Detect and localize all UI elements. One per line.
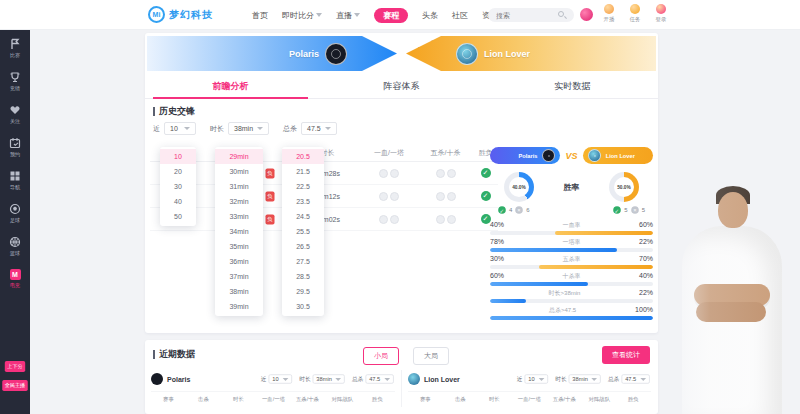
home-team-banner[interactable]: Polaris xyxy=(147,36,397,71)
stat-bar-text: 78%一塔率22% xyxy=(490,238,653,248)
toggle-小局[interactable]: 小局 xyxy=(363,347,399,365)
dropdown-option[interactable]: 35min xyxy=(215,239,263,254)
column-header: 一血/一塔 xyxy=(360,148,418,158)
basketball-icon xyxy=(9,236,21,248)
chevron-down-icon xyxy=(184,127,190,130)
dropdown-option[interactable]: 39min xyxy=(215,299,263,314)
filter-总杀: 总杀47.5 xyxy=(608,374,650,384)
left-sidebar: 比赛竞猜关注预约导航足球篮球M电竞 上下分全民主播 xyxy=(0,30,30,414)
sidebar-item-电竞[interactable]: M电竞 xyxy=(0,269,30,290)
sidebar-item-关注[interactable]: 关注 xyxy=(0,104,30,126)
dropdown-option[interactable]: 36min xyxy=(215,254,263,269)
filter-value: 47.5 xyxy=(626,376,637,382)
dropdown-option[interactable]: 24.5 xyxy=(282,209,324,224)
dropdown-option[interactable]: 27.5 xyxy=(282,254,324,269)
dropdown-option[interactable]: 28.5 xyxy=(282,269,324,284)
filter-select-总杀[interactable]: 47.5 xyxy=(622,374,650,384)
nav-item-社区[interactable]: 社区 xyxy=(452,10,468,21)
stat-bar-时长>38min: 时长>38min22% xyxy=(490,289,653,303)
table-row[interactable]: 负31m12s✓ xyxy=(150,185,498,208)
filter-select-近[interactable]: 10 xyxy=(525,374,548,384)
dropdown-option[interactable]: 38min xyxy=(215,284,263,299)
chevron-down-icon xyxy=(384,378,390,381)
nav-item-直播[interactable]: 直播 xyxy=(336,10,360,21)
search-icon[interactable] xyxy=(558,11,564,17)
loss-badge: 负 xyxy=(266,168,275,178)
site-logo[interactable]: Mi 梦幻科技 xyxy=(148,6,213,23)
column-header: 对阵战队 xyxy=(327,395,358,403)
dropdown-option[interactable]: 26.5 xyxy=(282,239,324,254)
stat-bar-track xyxy=(490,299,653,303)
sidebar-item-导航[interactable]: 导航 xyxy=(0,170,30,192)
dropdown-option[interactable]: 22.5 xyxy=(282,179,324,194)
column-header: 击杀 xyxy=(188,395,219,403)
view-stats-button[interactable]: 查看统计 xyxy=(602,346,650,364)
avatar[interactable] xyxy=(580,8,593,21)
sidebar-item-预约[interactable]: 预约 xyxy=(0,137,30,159)
nav-action-label: 登录 xyxy=(656,15,667,23)
dropdown-option[interactable]: 31min xyxy=(215,179,263,194)
stat-dot-icon xyxy=(390,215,399,224)
dropdown-option[interactable]: 21.5 xyxy=(282,164,324,179)
sidebar-button-上下分[interactable]: 上下分 xyxy=(5,361,25,372)
dropdown-option[interactable]: 23.5 xyxy=(282,194,324,209)
filter-select-近[interactable]: 10 xyxy=(164,122,196,135)
filter-value: 10 xyxy=(272,376,278,382)
dropdown-option[interactable]: 30min xyxy=(215,164,263,179)
nav-action-登录[interactable]: 登录 xyxy=(648,4,674,24)
sidebar-item-竞猜[interactable]: 竞猜 xyxy=(0,71,30,93)
dropdown-option[interactable]: 34min xyxy=(215,224,263,239)
dropdown-option[interactable]: 25.5 xyxy=(282,224,324,239)
history-table-header: 时长一血/一塔五杀/十杀胜负 xyxy=(150,145,498,162)
sidebar-item-比赛[interactable]: 比赛 xyxy=(0,38,30,60)
away-team-banner[interactable]: Lion Lover xyxy=(406,36,656,71)
filter-select-时长[interactable]: 38min xyxy=(312,374,345,384)
sidebar-item-篮球[interactable]: 篮球 xyxy=(0,236,30,258)
tab-实时数据[interactable]: 实时数据 xyxy=(487,75,658,98)
first-blood-tower-cell xyxy=(360,192,418,201)
nav-item-首页[interactable]: 首页 xyxy=(252,10,268,21)
dropdown-option[interactable]: 29.5 xyxy=(282,284,324,299)
stat-dot-icon xyxy=(436,169,445,178)
stat-label: 一血率 xyxy=(563,221,581,230)
filter-select-总杀[interactable]: 47.5 xyxy=(366,374,394,384)
filter-总杀: 总杀47.5 xyxy=(283,122,337,135)
filter-select-总杀[interactable]: 47.5 xyxy=(301,122,337,135)
dropdown-option[interactable]: 10 xyxy=(160,149,196,164)
nav-item-即时比分[interactable]: 即时比分 xyxy=(282,10,322,21)
nav-action-开播[interactable]: 开播 xyxy=(596,4,622,24)
recent-data-card: 近期数据 小局大局 查看统计 Polaris近10时长38min总杀47.5赛事… xyxy=(145,340,658,414)
away-winrate-donut: 50.0% xyxy=(609,172,639,202)
filter-value: 10 xyxy=(528,376,534,382)
dropdown-option[interactable]: 20 xyxy=(160,164,196,179)
nav-item-赛程[interactable]: 赛程 xyxy=(374,8,408,23)
sidebar-item-足球[interactable]: 足球 xyxy=(0,203,30,225)
dropdown-option[interactable]: 32min xyxy=(215,194,263,209)
toggle-大局[interactable]: 大局 xyxy=(413,347,449,365)
analysis-tabs: 前瞻分析阵容体系实时数据 xyxy=(145,75,658,99)
nav-action-任务[interactable]: 任务 xyxy=(622,4,648,24)
home-win-loss-count: ✓ 4 × 6 xyxy=(498,206,530,214)
away-team-logo-icon xyxy=(456,43,478,65)
filter-select-近[interactable]: 10 xyxy=(269,374,292,384)
filter-label: 近 xyxy=(517,375,523,384)
sidebar-button-全民主播[interactable]: 全民主播 xyxy=(2,380,28,391)
chevron-down-icon xyxy=(325,127,331,130)
dropdown-option[interactable]: 30 xyxy=(160,179,196,194)
tab-前瞻分析[interactable]: 前瞻分析 xyxy=(145,75,316,98)
dropdown-option[interactable]: 40 xyxy=(160,194,196,209)
dropdown-option[interactable]: 37min xyxy=(215,269,263,284)
nav-item-头条[interactable]: 头条 xyxy=(422,10,438,21)
dropdown-option[interactable]: 33min xyxy=(215,209,263,224)
table-row[interactable]: 负33m28s✓ xyxy=(150,162,498,185)
dropdown-option[interactable]: 29min xyxy=(215,149,263,164)
column-header: 五杀/十杀 xyxy=(292,395,323,403)
table-row[interactable]: 负35m02s✓ xyxy=(150,208,498,231)
dropdown-option[interactable]: 20.5 xyxy=(282,149,324,164)
filter-select-时长[interactable]: 38min xyxy=(228,122,269,135)
stat-bar-text: 时长>38min22% xyxy=(490,289,653,299)
filter-select-时长[interactable]: 38min xyxy=(568,374,601,384)
tab-阵容体系[interactable]: 阵容体系 xyxy=(316,75,487,98)
dropdown-option[interactable]: 30.5 xyxy=(282,299,324,314)
dropdown-option[interactable]: 50 xyxy=(160,209,196,224)
